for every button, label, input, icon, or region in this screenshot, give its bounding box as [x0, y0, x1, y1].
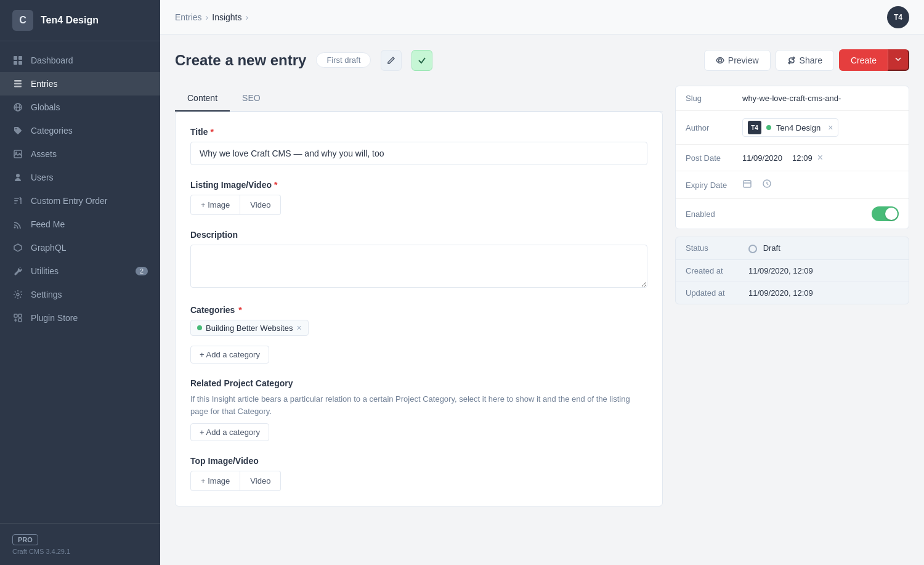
post-time-value[interactable]: 12:09: [792, 153, 813, 163]
status-pill[interactable]: First draft: [316, 52, 371, 68]
description-label: Description: [190, 230, 647, 240]
author-status-dot: [766, 125, 771, 130]
sidebar: C Ten4 Design Dashboard Entries Globals: [0, 0, 160, 565]
enabled-row: Enabled: [676, 199, 909, 229]
listing-media-btns: + Image Video: [190, 195, 647, 215]
sidebar-item-label: GraphQL: [31, 243, 67, 253]
svg-marker-17: [14, 244, 22, 251]
share-label: Share: [800, 55, 822, 65]
page-content: Create a new entry First draft Preview S…: [160, 35, 924, 565]
status-row: Status Draft: [676, 237, 909, 260]
sidebar-nav: Dashboard Entries Globals Categories: [0, 41, 160, 523]
author-row: Author T4 Ten4 Design ×: [676, 111, 909, 145]
sidebar-item-categories[interactable]: Categories: [0, 119, 160, 142]
sidebar-item-label: Plugin Store: [31, 313, 78, 323]
entry-sidebar: Slug why-we-love-craft-cms-and- Author T…: [675, 86, 909, 304]
slug-value: why-we-love-craft-cms-and-: [742, 94, 899, 103]
top-image-btn[interactable]: + Image: [190, 471, 240, 491]
sidebar-item-custom-entry-order[interactable]: Custom Entry Order: [0, 189, 160, 213]
sidebar-item-label: Utilities: [31, 266, 59, 276]
tab-content[interactable]: Content: [175, 86, 230, 112]
sidebar-item-utilities[interactable]: Utilities 2: [0, 259, 160, 283]
pro-badge: PRO: [12, 534, 38, 545]
listing-image-btn[interactable]: + Image: [190, 195, 240, 215]
avatar[interactable]: T4: [887, 6, 909, 28]
header-actions: Preview Share Create: [704, 49, 909, 71]
toggle-knob: [885, 208, 898, 220]
sidebar-item-label: Custom Entry Order: [31, 196, 107, 206]
expiry-clock-icon[interactable]: [762, 179, 772, 191]
sidebar-item-entries[interactable]: Entries: [0, 72, 160, 96]
category-dot: [197, 325, 202, 330]
post-date-row: Post Date 11/09/2020 12:09 ×: [676, 145, 909, 171]
create-button[interactable]: Create: [839, 49, 888, 71]
top-media-section: Top Image/Video + Image Video: [190, 456, 647, 491]
svg-rect-5: [14, 83, 22, 85]
breadcrumb-trailing: ›: [246, 12, 249, 22]
edit-icon-btn[interactable]: [381, 50, 402, 71]
image-icon: [12, 148, 23, 160]
description-input[interactable]: [190, 245, 647, 288]
breadcrumb-entries[interactable]: Entries: [175, 12, 202, 22]
entry-layout: Content SEO Title *: [175, 86, 909, 506]
post-date-value[interactable]: 11/09/2020: [742, 153, 782, 163]
main-content: Entries › Insights › T4 Create a new ent…: [160, 0, 924, 565]
page-header: Create a new entry First draft Preview S…: [175, 49, 909, 71]
top-media-btns: + Image Video: [190, 471, 647, 491]
sidebar-item-graphql[interactable]: GraphQL: [0, 236, 160, 259]
author-remove-btn[interactable]: ×: [828, 123, 833, 132]
category-tag-building: Building Better Websites ×: [190, 320, 309, 336]
description-section: Description: [190, 230, 647, 290]
check-icon-btn[interactable]: [411, 50, 432, 71]
sidebar-item-assets[interactable]: Assets: [0, 142, 160, 166]
add-category-button[interactable]: + Add a category: [190, 346, 269, 364]
post-date-clear-btn[interactable]: ×: [817, 152, 823, 163]
sidebar-item-plugin-store[interactable]: Plugin Store: [0, 306, 160, 330]
related-project-desc: If this Insight article bears a particul…: [190, 393, 647, 417]
sidebar-item-globals[interactable]: Globals: [0, 96, 160, 119]
svg-rect-21: [18, 319, 22, 322]
settings-icon: [12, 289, 23, 300]
svg-rect-1: [18, 56, 22, 60]
version-text: Craft CMS 3.4.29.1: [12, 548, 148, 555]
sidebar-item-dashboard[interactable]: Dashboard: [0, 49, 160, 72]
breadcrumb-insights[interactable]: Insights: [212, 12, 241, 22]
add-related-category-button[interactable]: + Add a category: [190, 423, 269, 441]
app-title: Ten4 Design: [41, 15, 99, 26]
sidebar-item-feed-me[interactable]: Feed Me: [0, 213, 160, 236]
form-card: Title * Listing Image/Video *: [175, 112, 663, 506]
create-dropdown-button[interactable]: [888, 49, 909, 71]
sidebar-item-label: Entries: [31, 79, 58, 89]
categories-label: Categories *: [190, 305, 647, 315]
listing-video-btn[interactable]: Video: [240, 195, 281, 215]
title-label: Title *: [190, 127, 647, 137]
title-input[interactable]: [190, 142, 647, 165]
draft-radio[interactable]: [748, 245, 757, 253]
wrench-icon: [12, 266, 23, 277]
status-panel: Status Draft Created at 11/09/2020, 12:0…: [675, 237, 909, 304]
expiry-calendar-icon[interactable]: [742, 179, 752, 191]
plugin-icon: [12, 312, 23, 323]
sidebar-item-settings[interactable]: Settings: [0, 283, 160, 306]
preview-button[interactable]: Preview: [704, 50, 771, 71]
enabled-toggle[interactable]: [872, 206, 899, 221]
category-remove-btn[interactable]: ×: [296, 323, 301, 333]
svg-rect-4: [14, 80, 22, 82]
tab-seo[interactable]: SEO: [230, 86, 273, 112]
created-at-row: Created at 11/09/2020, 12:09: [676, 260, 909, 282]
breadcrumb: Entries › Insights ›: [175, 12, 248, 22]
sidebar-item-label: Settings: [31, 290, 62, 299]
sidebar-item-users[interactable]: Users: [0, 166, 160, 189]
author-chip: T4 Ten4 Design ×: [742, 118, 838, 137]
expiry-date-label: Expiry Date: [686, 181, 735, 190]
app-logo[interactable]: C: [12, 10, 33, 31]
sidebar-item-label: Assets: [31, 149, 57, 159]
share-button[interactable]: Share: [776, 50, 834, 71]
sidebar-item-label: Feed Me: [31, 219, 65, 229]
top-video-btn[interactable]: Video: [240, 471, 281, 491]
enabled-toggle-wrapper: [872, 206, 899, 221]
svg-rect-13: [14, 200, 18, 201]
updated-at-value: 11/09/2020, 12:09: [748, 288, 813, 298]
sidebar-item-label: Users: [31, 173, 54, 182]
tabs: Content SEO: [175, 86, 663, 112]
